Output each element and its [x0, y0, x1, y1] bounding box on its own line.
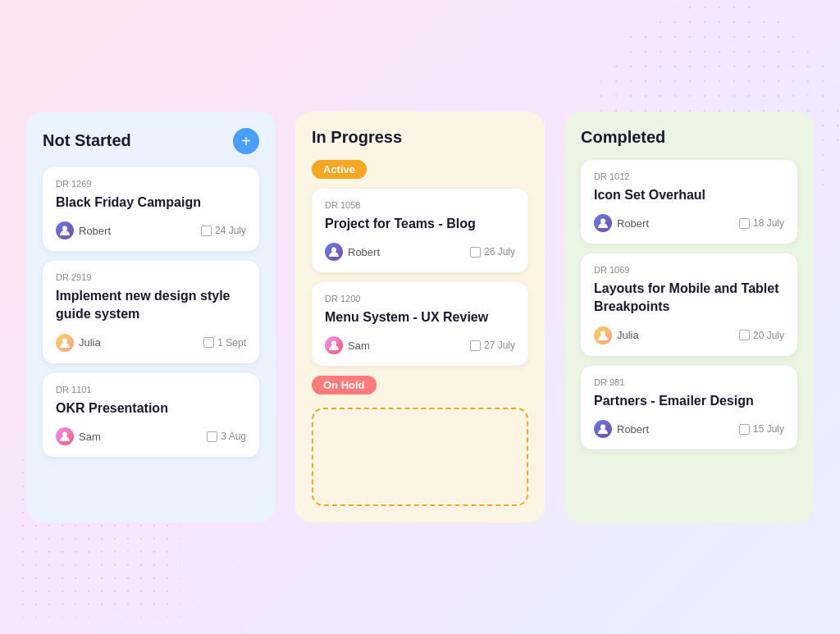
card-id: DR 1012: [594, 171, 784, 181]
card-footer: Sam27 July: [325, 336, 515, 354]
card-assignee: Robert: [56, 221, 111, 239]
card-title: Layouts for Mobile and Tablet Breakpoint…: [594, 280, 784, 317]
column-title-completed: Completed: [581, 128, 665, 147]
column-header-not-started: Not Started+: [43, 128, 259, 154]
card-date: 18 July: [739, 217, 784, 229]
task-card[interactable]: DR 1069Layouts for Mobile and Tablet Bre…: [581, 253, 797, 356]
card-date: 20 July: [739, 330, 784, 341]
card-id: DR 1058: [325, 200, 515, 210]
svg-point-6: [600, 331, 605, 335]
card-title: Icon Set Overhaul: [594, 186, 784, 204]
task-card[interactable]: DR 2919Implement new design style guide …: [43, 261, 259, 363]
card-date: 3 Aug: [207, 431, 246, 442]
task-card[interactable]: DR 1200Menu System - UX Review Sam27 Jul…: [312, 282, 528, 366]
card-date: 1 Sept: [203, 337, 246, 349]
calendar-icon: [739, 218, 750, 229]
svg-point-7: [600, 425, 605, 430]
card-title: OKR Presentation: [56, 399, 246, 417]
calendar-icon: [203, 337, 214, 348]
date-label: 20 July: [753, 330, 784, 341]
task-card[interactable]: DR 1101OKR Presentation Sam3 Aug: [43, 373, 259, 457]
date-label: 26 July: [484, 246, 515, 258]
card-footer: Julia20 July: [594, 326, 784, 344]
date-label: 27 July: [484, 340, 515, 351]
svg-point-5: [600, 219, 605, 224]
calendar-icon: [207, 431, 217, 442]
svg-point-2: [62, 432, 67, 437]
card-footer: Robert24 July: [56, 221, 246, 239]
svg-point-0: [62, 226, 67, 231]
avatar: [56, 427, 74, 445]
kanban-board: Not Started+DR 1269Black Friday Campaign…: [26, 112, 814, 523]
card-footer: Sam3 Aug: [56, 427, 246, 445]
column-title-in-progress: In Progress: [312, 128, 402, 147]
column-header-completed: Completed: [581, 128, 797, 147]
calendar-icon: [739, 424, 750, 435]
card-date: 27 July: [470, 340, 515, 351]
task-card[interactable]: DR 1012Icon Set Overhaul Robert18 July: [581, 160, 797, 244]
task-card[interactable]: DR 981Partners - Emailer Design Robert15…: [581, 366, 797, 449]
svg-point-1: [62, 338, 67, 343]
column-header-in-progress: In Progress: [312, 128, 528, 147]
assignee-name: Julia: [79, 336, 101, 349]
card-assignee: Julia: [594, 326, 639, 344]
card-footer: Julia1 Sept: [56, 334, 246, 352]
date-label: 18 July: [753, 217, 784, 229]
card-date: 24 July: [201, 225, 246, 236]
card-title: Black Friday Campaign: [56, 194, 246, 212]
card-title: Project for Teams - Blog: [325, 215, 515, 233]
column-not-started: Not Started+DR 1269Black Friday Campaign…: [26, 112, 276, 523]
card-assignee: Sam: [325, 336, 370, 354]
avatar: [594, 420, 612, 438]
avatar: [594, 326, 612, 344]
on-hold-drop-zone[interactable]: [312, 408, 528, 506]
section-badge-on-hold: On Hold: [312, 376, 377, 395]
card-footer: Robert26 July: [325, 243, 515, 261]
assignee-name: Robert: [617, 217, 649, 230]
card-assignee: Julia: [56, 334, 101, 352]
task-card[interactable]: DR 1269Black Friday Campaign Robert24 Ju…: [43, 167, 259, 251]
calendar-icon: [470, 340, 481, 351]
svg-point-3: [331, 248, 336, 253]
card-id: DR 1101: [56, 385, 246, 395]
card-id: DR 2919: [56, 272, 246, 282]
calendar-icon: [739, 330, 750, 340]
assignee-name: Robert: [79, 225, 111, 237]
avatar: [325, 336, 343, 354]
avatar: [594, 214, 612, 232]
calendar-icon: [201, 226, 212, 236]
card-assignee: Sam: [56, 427, 101, 445]
calendar-icon: [470, 247, 481, 258]
card-title: Menu System - UX Review: [325, 308, 515, 326]
date-label: 24 July: [215, 225, 246, 236]
card-assignee: Robert: [594, 420, 649, 438]
card-id: DR 981: [594, 377, 784, 387]
card-assignee: Robert: [325, 243, 380, 261]
assignee-name: Robert: [617, 423, 649, 436]
card-date: 15 July: [739, 423, 784, 435]
card-assignee: Robert: [594, 214, 649, 232]
card-id: DR 1269: [56, 179, 246, 189]
section-badge-active: Active: [312, 160, 367, 179]
card-footer: Robert15 July: [594, 420, 784, 438]
add-card-button[interactable]: +: [233, 128, 259, 154]
column-completed: CompletedDR 1012Icon Set Overhaul Robert…: [564, 112, 814, 523]
card-footer: Robert18 July: [594, 214, 784, 232]
avatar: [325, 243, 343, 261]
assignee-name: Sam: [348, 340, 370, 352]
card-title: Implement new design style guide system: [56, 287, 246, 324]
task-card[interactable]: DR 1058Project for Teams - Blog Robert26…: [312, 189, 528, 272]
date-label: 1 Sept: [217, 337, 246, 349]
assignee-name: Julia: [617, 329, 639, 341]
date-label: 15 July: [753, 423, 784, 435]
assignee-name: Robert: [348, 246, 380, 258]
avatar: [56, 221, 74, 239]
date-label: 3 Aug: [221, 431, 246, 442]
card-date: 26 July: [470, 246, 515, 258]
card-id: DR 1069: [594, 265, 784, 275]
card-title: Partners - Emailer Design: [594, 392, 784, 410]
card-id: DR 1200: [325, 294, 515, 303]
column-in-progress: In ProgressActiveDR 1058Project for Team…: [295, 112, 545, 523]
avatar: [56, 334, 74, 352]
column-title-not-started: Not Started: [43, 131, 131, 150]
